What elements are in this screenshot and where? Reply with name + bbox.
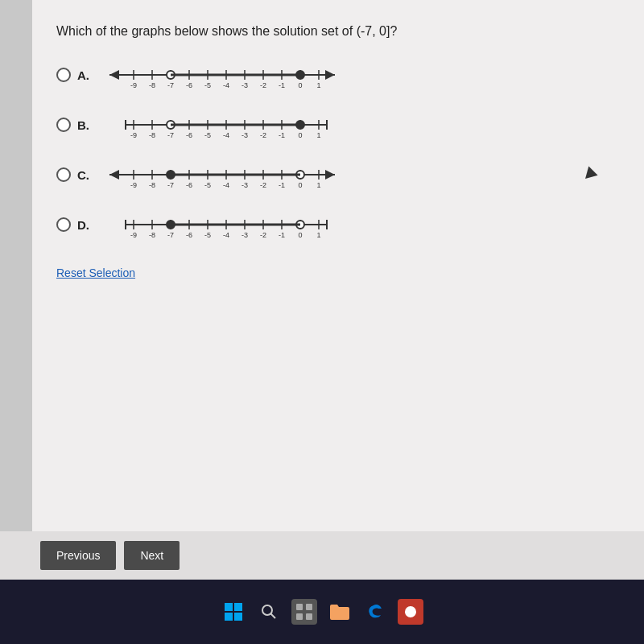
svg-text:-3: -3 bbox=[242, 81, 248, 89]
svg-marker-57 bbox=[109, 170, 119, 180]
edge-icon[interactable] bbox=[362, 599, 388, 625]
svg-text:-9: -9 bbox=[130, 81, 137, 89]
svg-text:1: 1 bbox=[316, 131, 320, 139]
numberline-c: -9 -8 -7 -6 -5 -4 -3 -2 -1 0 1 bbox=[101, 159, 343, 191]
numberline-d: -9 -8 -7 -6 -5 -4 -3 -2 -1 0 1 bbox=[101, 208, 343, 241]
svg-text:-8: -8 bbox=[149, 181, 155, 189]
label-d: D. bbox=[77, 218, 93, 232]
svg-text:0: 0 bbox=[298, 81, 302, 89]
numberline-a: -9 -8 -7 -6 -5 -4 -3 -2 -1 0 1 bbox=[101, 59, 343, 91]
label-c: C. bbox=[77, 168, 93, 182]
svg-marker-1 bbox=[109, 70, 119, 80]
radio-b[interactable] bbox=[56, 118, 71, 132]
svg-text:-6: -6 bbox=[186, 131, 192, 139]
radio-d[interactable] bbox=[56, 217, 71, 232]
radio-c[interactable] bbox=[56, 167, 71, 182]
svg-text:-6: -6 bbox=[186, 81, 192, 89]
svg-text:-2: -2 bbox=[260, 81, 266, 89]
question-text: Which of the graphs below shows the solu… bbox=[56, 24, 620, 39]
svg-text:-4: -4 bbox=[223, 181, 229, 189]
svg-marker-58 bbox=[325, 170, 335, 180]
svg-text:-9: -9 bbox=[130, 131, 137, 139]
option-row-c: C. -9 -8 -7 bbox=[56, 159, 620, 191]
numberline-b: -9 -8 -7 -6 -5 -4 -3 -2 -1 0 1 bbox=[101, 109, 343, 141]
svg-text:-3: -3 bbox=[242, 131, 248, 139]
svg-text:-5: -5 bbox=[204, 181, 211, 189]
option-row-d: D. -9 -8 -7 -6 -5 bbox=[56, 208, 620, 241]
svg-text:-3: -3 bbox=[242, 181, 248, 189]
svg-text:-2: -2 bbox=[260, 231, 266, 239]
svg-text:-5: -5 bbox=[204, 81, 211, 89]
svg-text:-2: -2 bbox=[260, 131, 266, 139]
svg-text:-3: -3 bbox=[242, 231, 248, 239]
svg-line-117 bbox=[271, 614, 276, 619]
svg-text:0: 0 bbox=[298, 181, 302, 189]
svg-text:-5: -5 bbox=[204, 231, 211, 239]
windows-icon[interactable] bbox=[221, 599, 246, 625]
search-taskbar-icon[interactable] bbox=[256, 599, 282, 625]
label-a: A. bbox=[77, 68, 93, 82]
option-row-b: B. -9 -8 -7 bbox=[56, 109, 620, 141]
svg-rect-118 bbox=[296, 604, 303, 610]
svg-text:0: 0 bbox=[298, 231, 302, 239]
previous-button[interactable]: Previous bbox=[40, 541, 116, 570]
svg-text:-6: -6 bbox=[186, 231, 192, 239]
svg-text:-1: -1 bbox=[279, 131, 285, 139]
folder-icon[interactable] bbox=[327, 599, 353, 625]
svg-text:-4: -4 bbox=[223, 131, 229, 139]
bottom-bar: Previous Next bbox=[0, 531, 644, 580]
svg-rect-121 bbox=[306, 613, 312, 620]
svg-text:-1: -1 bbox=[279, 231, 285, 239]
svg-rect-113 bbox=[234, 603, 242, 611]
svg-rect-120 bbox=[296, 613, 303, 620]
svg-text:-4: -4 bbox=[223, 81, 229, 89]
svg-text:-6: -6 bbox=[186, 181, 192, 189]
svg-text:0: 0 bbox=[298, 131, 302, 139]
svg-text:-7: -7 bbox=[167, 181, 174, 189]
svg-text:-7: -7 bbox=[167, 131, 174, 139]
svg-text:-9: -9 bbox=[130, 231, 137, 239]
svg-text:-8: -8 bbox=[149, 231, 155, 239]
main-content: Which of the graphs below shows the solu… bbox=[32, 0, 644, 580]
svg-point-116 bbox=[262, 605, 272, 615]
svg-point-122 bbox=[405, 606, 416, 617]
svg-text:-5: -5 bbox=[204, 131, 211, 139]
svg-text:-7: -7 bbox=[167, 81, 174, 89]
svg-marker-2 bbox=[325, 70, 335, 80]
svg-text:-8: -8 bbox=[149, 131, 155, 139]
svg-text:1: 1 bbox=[316, 231, 320, 239]
taskbar bbox=[0, 580, 644, 644]
label-b: B. bbox=[77, 118, 93, 132]
svg-text:1: 1 bbox=[316, 81, 320, 89]
svg-rect-115 bbox=[234, 613, 242, 621]
next-button[interactable]: Next bbox=[124, 541, 180, 570]
svg-rect-114 bbox=[225, 613, 233, 621]
app-icon[interactable] bbox=[398, 599, 423, 625]
svg-text:-2: -2 bbox=[260, 181, 266, 189]
svg-text:-4: -4 bbox=[223, 231, 229, 239]
svg-text:1: 1 bbox=[316, 181, 320, 189]
taskview-icon[interactable] bbox=[291, 599, 317, 625]
svg-text:-1: -1 bbox=[279, 181, 285, 189]
option-row-a: A. bbox=[56, 59, 620, 91]
svg-text:-7: -7 bbox=[167, 231, 174, 239]
reset-selection-link[interactable]: Reset Selection bbox=[56, 266, 135, 279]
radio-a[interactable] bbox=[56, 68, 71, 82]
svg-rect-112 bbox=[225, 603, 233, 611]
svg-text:-9: -9 bbox=[130, 181, 137, 189]
svg-rect-119 bbox=[306, 604, 312, 610]
svg-text:-8: -8 bbox=[149, 81, 155, 89]
svg-text:-1: -1 bbox=[279, 81, 285, 89]
